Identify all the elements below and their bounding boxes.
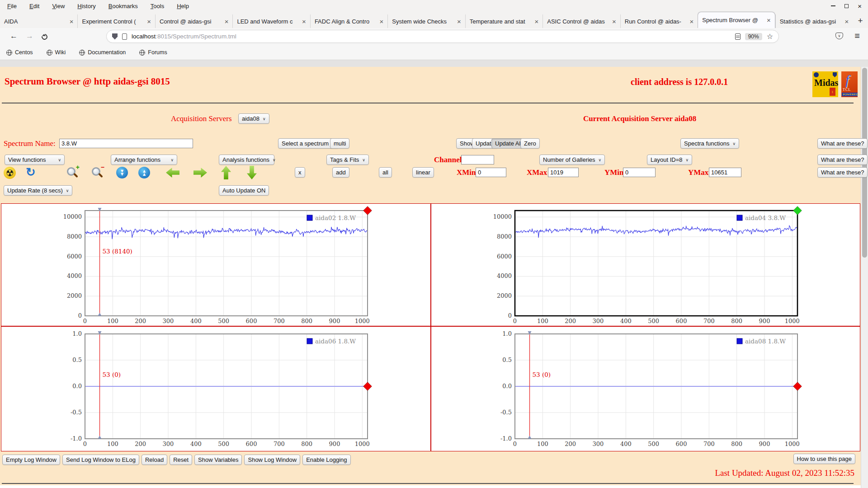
- spectra-functions-dropdown[interactable]: Spectra functions∨: [680, 138, 739, 149]
- maximize-icon[interactable]: [844, 4, 849, 8]
- zero-button[interactable]: Zero: [520, 138, 540, 149]
- menu-item-bookmarks[interactable]: Bookmarks: [108, 3, 138, 9]
- gallery-panel-aida08[interactable]: 01002003004005006007008009001000-1.0-0.5…: [431, 326, 861, 451]
- new-tab-button[interactable]: +: [853, 16, 868, 28]
- ymax-input[interactable]: [709, 168, 741, 177]
- spectrum-chart-aida08[interactable]: 01002003004005006007008009001000-1.0-0.5…: [492, 327, 804, 451]
- tab-7[interactable]: Temperature and stat×: [465, 14, 542, 28]
- expand-y-icon[interactable]: ▲▲: [138, 167, 150, 178]
- auto-update-button[interactable]: Auto Update ON: [219, 185, 269, 196]
- zoom-in-icon[interactable]: +: [66, 165, 80, 179]
- tab-5[interactable]: FADC Align & Contro×: [310, 14, 387, 28]
- what-are-these-button-2[interactable]: What are these?: [817, 155, 868, 165]
- arrange-functions-dropdown[interactable]: Arrange functions∨: [111, 155, 177, 165]
- log-button-enable-logging[interactable]: Enable Logging: [302, 455, 350, 465]
- tab-4[interactable]: LED and Waveform c×: [232, 14, 310, 28]
- tab-close-icon[interactable]: ×: [380, 18, 384, 25]
- add-button[interactable]: add: [332, 167, 349, 178]
- scrollbar[interactable]: [861, 67, 868, 488]
- tab-11[interactable]: Statistics @ aidas-gsi×: [775, 14, 853, 28]
- tab-close-icon[interactable]: ×: [844, 18, 849, 25]
- galleries-dropdown[interactable]: Number of Galleries∨: [539, 155, 605, 165]
- what-are-these-button-1[interactable]: What are these?: [817, 138, 868, 149]
- spectrum-name-input[interactable]: [59, 139, 193, 148]
- tab-6[interactable]: System wide Checks×: [387, 14, 465, 28]
- tab-close-icon[interactable]: ×: [457, 18, 461, 25]
- tags-fits-dropdown[interactable]: Tags & Fits∨: [326, 155, 369, 165]
- tab-close-icon[interactable]: ×: [70, 18, 74, 25]
- menu-item-edit[interactable]: Edit: [29, 3, 39, 9]
- svg-text:aida04 3.8.W: aida04 3.8.W: [745, 214, 786, 221]
- linear-button[interactable]: linear: [412, 167, 434, 178]
- spectrum-chart-aida06[interactable]: 01002003004005006007008009001000-1.0-0.5…: [62, 327, 374, 451]
- tab-2[interactable]: Experiment Control (×: [77, 14, 155, 28]
- tcl-powered-logo[interactable]: fTCLPOWERED: [841, 71, 858, 97]
- back-icon[interactable]: ←: [10, 32, 18, 41]
- spectrum-chart-aida04[interactable]: 0100200300400500600700800900100002000400…: [492, 204, 804, 326]
- menu-item-help[interactable]: Help: [177, 3, 189, 9]
- acquisition-server-select[interactable]: aida08∨: [238, 113, 269, 124]
- channel-input[interactable]: [461, 155, 494, 164]
- tab-3[interactable]: Control @ aidas-gsi×: [155, 14, 232, 28]
- layout-id-dropdown[interactable]: Layout ID=8∨: [647, 155, 692, 165]
- menu-item-tools[interactable]: Tools: [151, 3, 164, 9]
- tab-close-icon[interactable]: ×: [767, 17, 771, 23]
- close-window-icon[interactable]: ×: [858, 3, 862, 9]
- zoom-level-badge[interactable]: 90%: [745, 33, 762, 40]
- gallery-panel-aida06[interactable]: 01002003004005006007008009001000-1.0-0.5…: [1, 326, 431, 451]
- select-spectrum-dropdown[interactable]: Select a spectrum∨: [278, 138, 339, 149]
- bookmark-documentation[interactable]: Documentation: [79, 49, 126, 56]
- shield-icon[interactable]: [112, 33, 118, 40]
- bookmark-forums[interactable]: Forums: [139, 49, 167, 56]
- compress-y-icon[interactable]: ▼▼: [116, 167, 128, 178]
- reader-mode-icon[interactable]: [735, 33, 741, 40]
- ymin-input[interactable]: [623, 168, 656, 177]
- tab-close-icon[interactable]: ×: [147, 18, 151, 25]
- view-functions-dropdown[interactable]: View functions∨: [5, 155, 65, 165]
- tab-close-icon[interactable]: ×: [535, 18, 539, 25]
- log-button-send-log-window-to-elog[interactable]: Send Log Window to ELog: [62, 455, 139, 465]
- bookmark-wiki[interactable]: Wiki: [47, 49, 66, 56]
- log-button-reload[interactable]: Reload: [142, 455, 167, 465]
- tab-close-icon[interactable]: ×: [302, 18, 306, 25]
- log-button-empty-log-window[interactable]: Empty Log Window: [2, 455, 60, 465]
- page-info-icon[interactable]: [122, 33, 127, 40]
- forward-icon[interactable]: →: [26, 32, 33, 41]
- what-are-these-button-3[interactable]: What are these?: [817, 167, 868, 178]
- tab-close-icon[interactable]: ×: [225, 18, 229, 25]
- menu-item-view[interactable]: View: [52, 3, 65, 9]
- tab-8[interactable]: ASIC Control @ aidas×: [542, 14, 620, 28]
- refresh-icon[interactable]: ↻: [26, 166, 36, 178]
- pocket-icon[interactable]: ∨: [835, 33, 843, 39]
- minimize-icon[interactable]: [831, 5, 835, 6]
- log-button-reset[interactable]: Reset: [170, 455, 192, 465]
- x-button[interactable]: x: [295, 167, 305, 178]
- gallery-panel-aida04[interactable]: 0100200300400500600700800900100002000400…: [431, 203, 861, 326]
- log-button-show-log-window[interactable]: Show Log Window: [244, 455, 300, 465]
- midas-logo[interactable]: Midas t: [812, 71, 838, 97]
- bookmark-star-icon[interactable]: ☆: [767, 32, 773, 41]
- reload-icon[interactable]: [40, 33, 48, 41]
- update-rate-dropdown[interactable]: Update Rate (8 secs)∨: [4, 185, 72, 196]
- log-button-show-variables[interactable]: Show Variables: [194, 455, 242, 465]
- tab-close-icon[interactable]: ×: [689, 18, 693, 25]
- multi-button[interactable]: multi: [330, 138, 349, 149]
- menu-hamburger-icon[interactable]: ≡: [854, 31, 860, 41]
- radiation-icon[interactable]: ☢: [4, 167, 16, 179]
- menu-item-file[interactable]: File: [7, 3, 17, 9]
- tab-1[interactable]: AIDA×: [0, 14, 77, 28]
- how-to-use-button[interactable]: How to use this page: [793, 454, 855, 464]
- gallery-panel-aida02[interactable]: 0100200300400500600700800900100002000400…: [1, 203, 431, 326]
- menu-item-history[interactable]: History: [77, 3, 95, 9]
- tab-9[interactable]: Run Control @ aidas-×: [620, 14, 698, 28]
- xmax-input[interactable]: [548, 168, 579, 177]
- spectrum-chart-aida02[interactable]: 0100200300400500600700800900100002000400…: [62, 204, 374, 326]
- xmin-input[interactable]: [476, 168, 506, 177]
- all-button[interactable]: all: [379, 167, 392, 178]
- bookmark-centos[interactable]: Centos: [6, 49, 33, 56]
- tab-close-icon[interactable]: ×: [612, 18, 616, 25]
- url-bar[interactable]: localhost:8015/Spectrum/Spectrum.tml 90%…: [106, 30, 779, 43]
- analysis-functions-dropdown[interactable]: Analysis functions∨: [219, 155, 274, 165]
- tab-10-active[interactable]: Spectrum Browser @×: [698, 12, 775, 28]
- zoom-out-icon[interactable]: −: [91, 165, 104, 179]
